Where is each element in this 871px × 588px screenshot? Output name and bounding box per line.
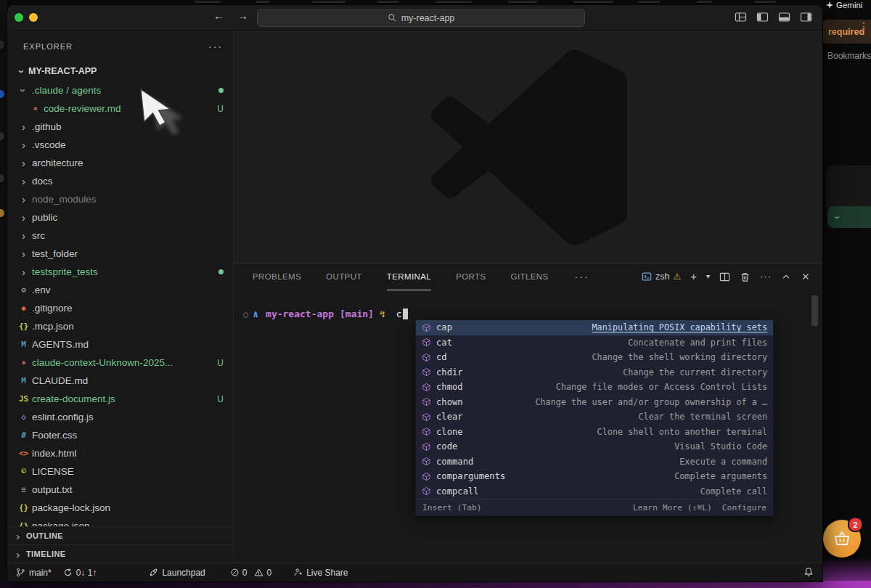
prompt-repo: my-react-app: [266, 309, 334, 319]
tree-item-eslint-config-js[interactable]: ◇eslint.config.js: [7, 408, 233, 426]
split-terminal-icon[interactable]: [719, 271, 730, 282]
tree-item-github[interactable]: ›.github: [7, 118, 233, 136]
suggest-item-clone[interactable]: cloneClone shell onto another terminal: [416, 425, 773, 440]
suggest-item-comparguments[interactable]: compargumentsComplete arguments: [416, 469, 773, 484]
tree-item-node-modules[interactable]: ›node_modules: [7, 190, 233, 208]
terminal-viewport[interactable]: ○ ∧ my-react-app [main] ↯ c capManipulat…: [234, 290, 822, 563]
customize-layout-icon[interactable]: [735, 11, 747, 23]
search-value: my-react-app: [401, 13, 455, 23]
suggest-name: cd: [436, 352, 447, 362]
rocket-icon: [149, 568, 158, 577]
tree-item-create-document-js[interactable]: JScreate-document.jsU: [7, 390, 233, 408]
sidebar-section-outline[interactable]: ›OUTLINE: [7, 526, 233, 544]
traffic-light-green[interactable]: [15, 13, 23, 22]
vscode-window: ← → my-react-app EXPLORER ··· › MY-REACT…: [7, 4, 823, 582]
status-bar: main* 0↓ 1↑ Launchpad 0 0 Live Share: [7, 563, 822, 581]
tree-item-test-folder[interactable]: ›test_folder: [7, 245, 233, 263]
chevron-right-icon: ›: [17, 193, 30, 205]
suggest-item-cd[interactable]: cdChange the shell working directory: [416, 350, 773, 365]
kebab-menu-icon[interactable]: ⋮: [859, 24, 869, 29]
title-bar: ← → my-react-app: [7, 5, 822, 30]
tree-item-env[interactable]: ⚙.env: [7, 281, 233, 299]
command-symbol-icon: [422, 472, 431, 481]
suggest-item-chmod[interactable]: chmodChange file modes or Access Control…: [416, 380, 773, 395]
live-share-item[interactable]: Live Share: [293, 568, 348, 578]
sidebar-section-timeline[interactable]: ›TIMELINE: [7, 544, 233, 563]
notifications-bell-icon[interactable]: [803, 567, 814, 577]
launchpad-item[interactable]: Launchpad: [149, 568, 205, 578]
tree-item-docs[interactable]: ›docs: [7, 172, 233, 190]
back-arrow-icon[interactable]: ←: [213, 9, 224, 22]
tree-item-claude-agents[interactable]: ›.claude / agents: [7, 81, 233, 99]
tree-item-footer-css[interactable]: #Footer.css: [7, 426, 233, 444]
sync-item[interactable]: 0↓ 1↑: [63, 568, 97, 578]
file-label: code-reviewer.md: [44, 103, 121, 114]
background-dropdown-button[interactable]: ›: [827, 206, 871, 228]
more-actions-icon[interactable]: ···: [208, 41, 223, 52]
tree-item-mcp-json[interactable]: {}.mcp.json: [7, 317, 233, 335]
suggest-item-code[interactable]: codeVisual Studio Code: [416, 439, 773, 454]
tree-item-public[interactable]: ›public: [7, 208, 233, 226]
panel-tab-ports[interactable]: PORTS: [456, 264, 486, 290]
tree-item-license[interactable]: ©LICENSE: [7, 462, 233, 481]
suggest-item-command[interactable]: commandExecute a command: [416, 454, 773, 470]
cart-fab-button[interactable]: 2: [823, 520, 861, 558]
configure-link[interactable]: Configure: [722, 503, 766, 513]
tree-item-package-lock-json[interactable]: {}package-lock.json: [7, 499, 233, 517]
tree-item-src[interactable]: ›src: [7, 226, 233, 245]
tree-item-claude-md[interactable]: MCLAUDE.md: [7, 372, 233, 390]
panel-more-actions-icon[interactable]: ···: [760, 273, 772, 280]
branch-item[interactable]: main*: [16, 568, 52, 578]
kill-terminal-trash-icon[interactable]: [740, 271, 751, 282]
errors-count: 0: [242, 568, 248, 578]
new-terminal-icon[interactable]: +: [690, 273, 697, 280]
forward-arrow-icon[interactable]: →: [237, 9, 248, 22]
tree-item-code-reviewer-md[interactable]: ∗code-reviewer.mdU: [7, 99, 233, 118]
panel-tab-gitlens[interactable]: GITLENS: [511, 264, 549, 290]
toggle-panel-icon[interactable]: [778, 11, 790, 23]
learn-more-link[interactable]: Learn More (⇧⌘L): [633, 503, 712, 513]
command-center-search[interactable]: my-react-app: [257, 9, 585, 27]
suggest-item-compcall[interactable]: compcallComplete call: [416, 484, 773, 499]
favicon-dot: [0, 41, 4, 49]
panel-tabs-more-icon[interactable]: ···: [575, 271, 589, 282]
tree-item-testsprite-tests[interactable]: ›testsprite_tests: [7, 263, 233, 281]
file-label: architecture: [32, 158, 83, 168]
tree-item-agents-md[interactable]: MAGENTS.md: [7, 335, 233, 354]
panel-tab-output[interactable]: OUTPUT: [326, 264, 362, 290]
close-panel-icon[interactable]: [801, 271, 811, 282]
suggest-item-clear[interactable]: clearClear the terminal screen: [416, 409, 773, 425]
required-toast[interactable]: required ⋮: [822, 20, 871, 44]
background-panel-corner: [826, 166, 871, 208]
tree-item-gitignore[interactable]: ◆.gitignore: [7, 299, 233, 317]
tree-item-claude-context-unknown-2025[interactable]: ∗claude-context-Unknown-2025...U: [7, 354, 233, 372]
panel-actions: zsh ⚠ + ▾ ···: [642, 264, 811, 290]
suggest-footer: Insert (Tab) Learn More (⇧⌘L) Configure: [416, 499, 773, 515]
panel-tab-terminal[interactable]: TERMINAL: [387, 264, 431, 290]
file-label: .claude / agents: [32, 85, 101, 96]
terminal-scrollbar[interactable]: [811, 295, 818, 326]
problems-item[interactable]: 0 0: [230, 568, 271, 578]
toggle-secondary-sidebar-icon[interactable]: [800, 11, 812, 23]
git-branch-icon: [16, 568, 25, 577]
tree-item-index-html[interactable]: <>index.html: [7, 444, 233, 462]
suggest-item-chown[interactable]: chownChange the user and/or group owners…: [416, 395, 773, 410]
panel-tab-problems[interactable]: PROBLEMS: [253, 264, 301, 290]
suggest-item-chdir[interactable]: chdirChange the current directory: [416, 365, 773, 380]
prompt-caret-icon: ∧: [253, 309, 258, 319]
tree-root[interactable]: › MY-REACT-APP: [7, 62, 233, 80]
maximize-panel-icon[interactable]: [781, 271, 791, 282]
file-label: test_folder: [32, 248, 78, 259]
toggle-sidebar-icon[interactable]: [756, 11, 769, 23]
tree-item-output-txt[interactable]: ≡output.txt: [7, 481, 233, 499]
suggest-item-cat[interactable]: catConcatenate and print files: [416, 335, 773, 351]
suggest-description: Change the shell working directory: [592, 352, 767, 362]
prompt-lightning-icon: ↯: [380, 309, 385, 319]
tree-item-vscode[interactable]: ›.vscode: [7, 136, 233, 154]
file-label: LICENSE: [32, 466, 74, 477]
tree-item-architecture[interactable]: ›architecture: [7, 154, 233, 172]
traffic-light-yellow[interactable]: [29, 13, 38, 22]
terminal-instance-item[interactable]: zsh ⚠: [642, 271, 681, 282]
suggest-item-cap[interactable]: capManipulating POSIX capability sets: [416, 320, 773, 335]
terminal-dropdown-icon[interactable]: ▾: [706, 273, 710, 280]
